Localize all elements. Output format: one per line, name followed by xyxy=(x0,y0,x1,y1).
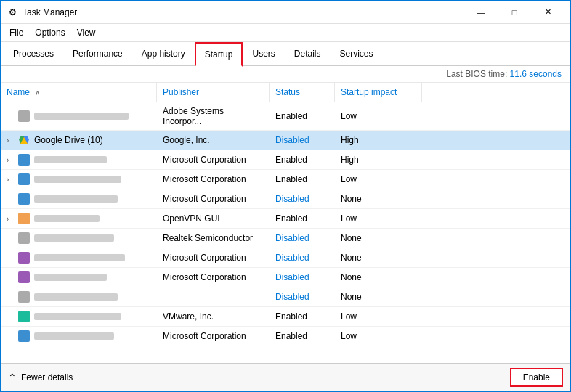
impact-cell: Low xyxy=(335,209,422,228)
table-row[interactable]: Realtek Semiconductor Disabled None xyxy=(1,229,570,248)
expand-icon: › xyxy=(7,176,14,184)
extra-cell xyxy=(422,102,570,130)
col-extra xyxy=(422,83,570,102)
publisher-cell: Realtek Semiconductor xyxy=(157,229,270,248)
table-row[interactable]: Disabled None xyxy=(1,287,570,307)
table-row[interactable]: Adobe Systems Incorpor... Enabled Low xyxy=(1,102,570,131)
task-manager-window: ⚙ Task Manager — □ ✕ File Options View P… xyxy=(0,0,571,392)
table-row[interactable]: Microsoft Corporation Disabled None xyxy=(1,248,570,268)
extra-cell xyxy=(422,150,570,169)
tab-app-history[interactable]: App history xyxy=(132,42,195,66)
tab-services[interactable]: Services xyxy=(331,42,383,66)
status-cell: Enabled xyxy=(270,102,335,130)
publisher-cell: OpenVPN GUI xyxy=(157,209,270,228)
name-blurred xyxy=(34,293,118,301)
tab-startup[interactable]: Startup xyxy=(195,42,243,67)
extra-cell xyxy=(422,170,570,189)
col-publisher[interactable]: Publisher xyxy=(157,83,270,102)
status-cell: Enabled xyxy=(270,150,335,169)
bios-value: 11.6 seconds xyxy=(510,69,562,79)
name-blurred xyxy=(34,176,121,183)
extra-cell xyxy=(422,307,570,326)
col-status[interactable]: Status xyxy=(270,83,335,102)
name-cell xyxy=(1,307,157,326)
expand-icon: › xyxy=(7,215,14,223)
table-row[interactable]: › Microsoft Corporation Enabled High xyxy=(1,150,570,170)
row-icon xyxy=(18,213,30,224)
expand-icon: › xyxy=(7,156,14,164)
col-impact[interactable]: Startup impact xyxy=(335,83,422,102)
row-icon xyxy=(18,291,30,303)
name-blurred xyxy=(34,156,107,163)
table-row[interactable]: VMware, Inc. Enabled Low xyxy=(1,307,570,327)
name-cell xyxy=(1,327,157,346)
impact-cell: None xyxy=(335,189,422,208)
row-icon xyxy=(18,252,30,264)
name-blurred xyxy=(34,313,121,320)
name-cell xyxy=(1,268,157,287)
table-row[interactable]: Microsoft Corporation Disabled None xyxy=(1,268,570,287)
bios-info: Last BIOS time: 11.6 seconds xyxy=(1,66,570,83)
name-blurred xyxy=(34,234,114,242)
tab-users[interactable]: Users xyxy=(243,42,284,66)
publisher-cell: Microsoft Corporation xyxy=(157,189,270,208)
publisher-cell: Adobe Systems Incorpor... xyxy=(157,102,270,130)
status-cell: Enabled xyxy=(270,170,335,189)
extra-cell xyxy=(422,287,570,306)
app-icon: ⚙ xyxy=(7,7,18,18)
name-blurred xyxy=(34,274,107,281)
status-cell: Disabled xyxy=(270,287,335,306)
enable-button[interactable]: Enable xyxy=(510,368,563,387)
tab-processes[interactable]: Processes xyxy=(4,42,63,66)
impact-cell: Low xyxy=(335,102,422,130)
menu-file[interactable]: File xyxy=(4,25,29,40)
impact-cell: None xyxy=(335,287,422,306)
table-row[interactable]: › Google Drive (10) Google, Inc. Disable… xyxy=(1,131,570,150)
extra-cell xyxy=(422,209,570,228)
publisher-cell xyxy=(157,287,270,306)
tab-details[interactable]: Details xyxy=(285,42,331,66)
name-blurred xyxy=(34,113,129,120)
status-cell: Enabled xyxy=(270,209,335,228)
name-text: Google Drive (10) xyxy=(34,135,103,145)
impact-cell: High xyxy=(335,150,422,169)
maximize-button[interactable]: □ xyxy=(498,1,531,24)
table-row[interactable]: Microsoft Corporation Enabled Low xyxy=(1,327,570,346)
row-icon xyxy=(18,311,30,322)
row-icon xyxy=(18,271,30,283)
row-icon xyxy=(18,232,30,244)
status-cell: Disabled xyxy=(270,229,335,248)
tab-performance[interactable]: Performance xyxy=(63,42,132,66)
impact-cell: High xyxy=(335,131,422,150)
table-body: Adobe Systems Incorpor... Enabled Low › … xyxy=(1,102,570,349)
table-row[interactable]: › OpenVPN GUI Enabled Low xyxy=(1,209,570,229)
impact-cell: None xyxy=(335,268,422,287)
extra-cell xyxy=(422,229,570,248)
google-drive-icon xyxy=(18,134,30,146)
footer: ⌃ Fewer details Enable xyxy=(1,363,570,391)
menu-options[interactable]: Options xyxy=(29,25,70,40)
row-icon xyxy=(18,110,30,122)
table-row[interactable]: Microsoft Corporation Disabled None xyxy=(1,189,570,209)
table-row[interactable]: › Microsoft Corporation Enabled Low xyxy=(1,170,570,189)
minimize-button[interactable]: — xyxy=(464,1,498,24)
sort-arrow-name: ∧ xyxy=(35,89,40,97)
chevron-up-icon: ⌃ xyxy=(8,372,17,383)
col-name[interactable]: Name ∧ xyxy=(1,83,157,102)
fewer-details-button[interactable]: ⌃ Fewer details xyxy=(8,372,73,383)
main-content: Name ∧ Publisher Status Startup impact A… xyxy=(1,83,570,363)
name-blurred xyxy=(34,332,114,340)
row-icon xyxy=(18,193,30,205)
publisher-cell: Microsoft Corporation xyxy=(157,268,270,287)
name-blurred xyxy=(34,195,118,203)
publisher-cell: Microsoft Corporation xyxy=(157,248,270,267)
status-cell: Disabled xyxy=(270,268,335,287)
status-cell: Enabled xyxy=(270,327,335,346)
publisher-cell: Google, Inc. xyxy=(157,131,270,150)
window-title: Task Manager xyxy=(23,7,77,17)
close-button[interactable]: ✕ xyxy=(531,1,564,24)
extra-cell xyxy=(422,189,570,208)
menu-view[interactable]: View xyxy=(71,25,102,40)
impact-cell: Low xyxy=(335,307,422,326)
name-cell xyxy=(1,102,157,130)
